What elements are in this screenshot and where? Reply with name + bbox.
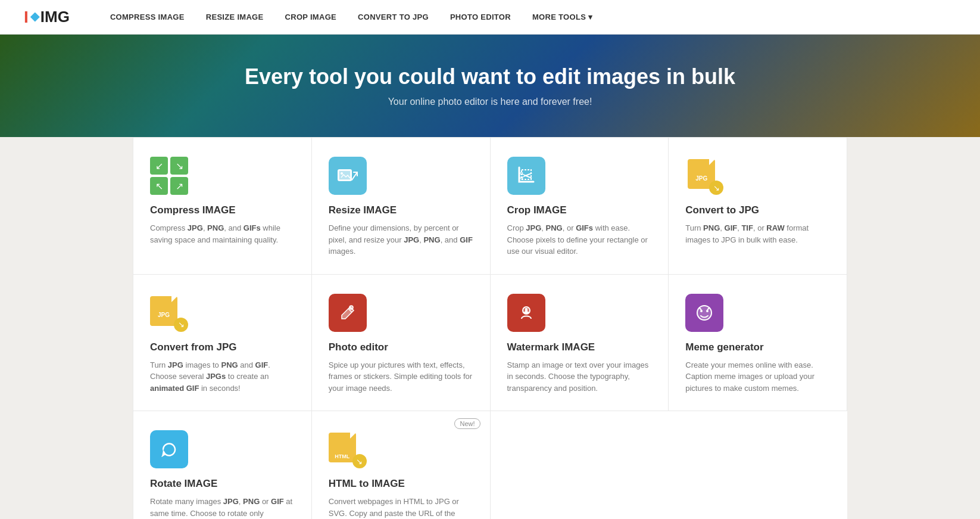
nav-photo-editor[interactable]: PHOTO EDITOR <box>439 0 522 35</box>
nav-more-tools[interactable]: MORE TOOLS ▾ <box>522 0 603 35</box>
html-to-image-desc: Convert webpages in HTML to JPG or SVG. … <box>329 496 473 519</box>
new-badge: New! <box>454 418 480 429</box>
navbar: I IMG COMPRESS IMAGE RESIZE IMAGE CROP I… <box>0 0 980 35</box>
convert-to-jpg-desc: Turn PNG, GIF, TIF, or RAW format images… <box>685 222 830 245</box>
convert-from-jpg-desc: Turn JPG images to PNG and GIF. Choose s… <box>150 359 295 394</box>
convert-to-jpg-icon: JPG ↘ <box>685 157 723 195</box>
compress-desc: Compress JPG, PNG, and GIFs while saving… <box>150 222 295 245</box>
meme-icon <box>685 294 723 332</box>
tool-card-convert-from-jpg[interactable]: JPG ↘ Convert from JPG Turn JPG images t… <box>133 275 312 412</box>
hero-section: Every tool you could want to edit images… <box>0 35 980 137</box>
tool-card-photo-editor[interactable]: Photo editor Spice up your pictures with… <box>312 275 491 412</box>
rotate-desc: Rotate many images JPG, PNG or GIF at sa… <box>150 496 295 519</box>
tool-card-resize[interactable]: Resize IMAGE Define your dimensions, by … <box>312 138 491 275</box>
rotate-title: Rotate IMAGE <box>150 478 295 490</box>
logo[interactable]: I IMG <box>24 8 70 27</box>
hero-subheadline: Your online photo editor is here and for… <box>388 97 592 107</box>
nav-links: COMPRESS IMAGE RESIZE IMAGE CROP IMAGE C… <box>99 0 603 35</box>
hero-headline: Every tool you could want to edit images… <box>245 64 735 89</box>
tool-card-meme[interactable]: Meme generator Create your memes online … <box>669 275 847 412</box>
nav-crop[interactable]: CROP IMAGE <box>274 0 348 35</box>
svg-point-11 <box>706 310 709 312</box>
svg-rect-8 <box>524 312 529 313</box>
compress-title: Compress IMAGE <box>150 204 295 216</box>
resize-desc: Define your dimensions, by percent or pi… <box>329 222 473 257</box>
logo-diamond <box>30 13 40 22</box>
logo-img-text: IMG <box>40 8 70 26</box>
resize-icon <box>329 157 367 195</box>
convert-to-jpg-title: Convert to JPG <box>685 204 830 216</box>
watermark-title: Watermark IMAGE <box>507 341 652 353</box>
resize-title: Resize IMAGE <box>329 204 473 216</box>
crop-icon: ✂ <box>507 157 545 195</box>
crop-desc: Crop JPG, PNG, or GIFs with ease. Choose… <box>507 222 652 257</box>
photo-editor-desc: Spice up your pictures with text, effect… <box>329 359 473 394</box>
convert-from-jpg-icon: JPG ↘ <box>150 294 188 332</box>
logo-heart: I <box>24 8 29 27</box>
tools-grid: ↙ ↘ ↖ ↗ Compress IMAGE Compress JPG, PNG… <box>133 137 847 519</box>
photo-editor-icon <box>329 294 367 332</box>
nav-convert-jpg[interactable]: CONVERT TO JPG <box>347 0 439 35</box>
tool-card-compress[interactable]: ↙ ↘ ↖ ↗ Compress IMAGE Compress JPG, PNG… <box>133 138 312 275</box>
tool-card-html-to-image[interactable]: New! HTML ↘ HTML to IMAGE Convert webpag… <box>312 411 491 519</box>
watermark-icon <box>507 294 545 332</box>
tool-card-watermark[interactable]: Watermark IMAGE Stamp an image or text o… <box>491 275 669 412</box>
convert-from-jpg-title: Convert from JPG <box>150 341 295 353</box>
tool-card-rotate[interactable]: Rotate IMAGE Rotate many images JPG, PNG… <box>133 411 312 519</box>
meme-title: Meme generator <box>685 341 830 353</box>
tool-card-crop[interactable]: ✂ Crop IMAGE Crop JPG, PNG, or GIFs with… <box>491 138 669 275</box>
svg-point-5 <box>349 306 353 309</box>
svg-point-2 <box>341 172 343 175</box>
nav-resize[interactable]: RESIZE IMAGE <box>195 0 274 35</box>
html-to-image-icon: HTML ↘ <box>329 430 367 468</box>
svg-point-10 <box>700 310 703 312</box>
compress-icon: ↙ ↘ ↖ ↗ <box>150 157 188 195</box>
photo-editor-title: Photo editor <box>329 341 473 353</box>
crop-title: Crop IMAGE <box>507 204 652 216</box>
meme-desc: Create your memes online with ease. Capt… <box>685 359 830 394</box>
svg-line-3 <box>352 172 357 180</box>
tools-container: ↙ ↘ ↖ ↗ Compress IMAGE Compress JPG, PNG… <box>0 137 980 519</box>
html-to-image-title: HTML to IMAGE <box>329 478 473 490</box>
rotate-icon <box>150 430 188 468</box>
watermark-desc: Stamp an image or text over your images … <box>507 359 652 394</box>
tool-card-convert-to-jpg[interactable]: JPG ↘ Convert to JPG Turn PNG, GIF, TIF,… <box>669 138 847 275</box>
nav-compress[interactable]: COMPRESS IMAGE <box>99 0 195 35</box>
